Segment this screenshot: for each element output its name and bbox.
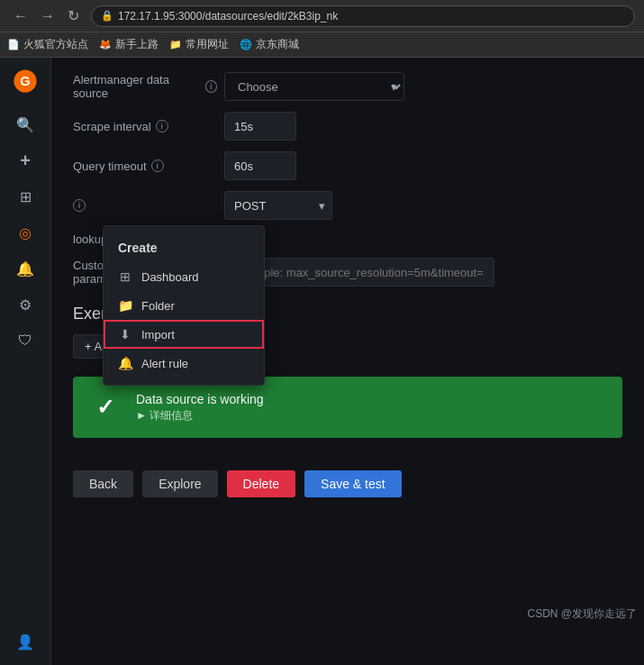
dropdown-item-alert-rule[interactable]: 🔔 Alert rule xyxy=(104,349,264,378)
security-icon: 🔒 xyxy=(101,10,113,22)
query-params-input[interactable] xyxy=(224,258,494,287)
scrape-interval-row: Scrape interval i xyxy=(73,112,622,141)
http-method-select[interactable]: POST GET xyxy=(224,191,332,220)
sidebar-item-alerting[interactable]: 🔔 xyxy=(9,252,41,285)
sidebar-item-user[interactable]: 👤 xyxy=(9,625,41,658)
bookmark-label-1: 火狐官方站点 xyxy=(23,37,88,52)
dropdown-item-dashboard[interactable]: ⊞ Dashboard xyxy=(104,262,264,291)
query-timeout-info-icon[interactable]: i xyxy=(151,159,164,172)
grafana-logo[interactable]: G xyxy=(9,65,41,97)
query-timeout-input[interactable] xyxy=(224,151,296,180)
sidebar-item-dashboards[interactable]: ⊞ xyxy=(9,180,41,213)
user-icon: 👤 xyxy=(16,633,34,651)
grafana-logo-svg: G xyxy=(13,68,38,94)
address-text: 172.17.1.95:3000/datasources/edit/2kB3ip… xyxy=(118,10,338,23)
dropdown-title: Create xyxy=(104,233,264,262)
alertmanager-select-wrapper: Choose xyxy=(224,72,404,101)
scrape-interval-info-icon[interactable]: i xyxy=(156,120,168,132)
bookmark-icon-2: 🦊 xyxy=(99,39,112,50)
alertmanager-label-text: Alertmanager data source xyxy=(73,73,201,100)
svg-text:G: G xyxy=(20,74,30,88)
dropdown-item-folder[interactable]: 📁 Folder xyxy=(104,291,264,320)
bookmark-huzhu[interactable]: 📄 火狐官方站点 xyxy=(7,37,88,52)
status-main-text: Data source is working xyxy=(136,392,264,406)
checkmark-icon: ✓ xyxy=(96,395,114,420)
status-text-block: Data source is working ► 详细信息 xyxy=(136,392,264,424)
back-button[interactable]: ← xyxy=(9,6,32,26)
refresh-button[interactable]: ↻ xyxy=(63,5,84,26)
dropdown-item-import[interactable]: ⬇ Import xyxy=(104,320,264,349)
bookmarks-bar: 📄 火狐官方站点 🦊 新手上路 📁 常用网址 🌐 京东商城 xyxy=(0,32,644,58)
query-timeout-row: Query timeout i xyxy=(73,151,622,180)
alertmanager-select[interactable]: Choose xyxy=(224,72,404,101)
search-icon: 🔍 xyxy=(16,116,34,133)
sidebar: G 🔍 + ⊞ ◎ 🔔 ⚙ 🛡 👤 xyxy=(0,58,51,665)
sidebar-item-shield[interactable]: 🛡 xyxy=(9,324,41,357)
dropdown-label-import: Import xyxy=(141,328,175,342)
sidebar-item-configuration[interactable]: ⚙ xyxy=(9,288,41,321)
bookmark-xinshoushanlu[interactable]: 🦊 新手上路 xyxy=(99,37,159,52)
bookmark-changyongwangzhi[interactable]: 📁 常用网址 xyxy=(169,37,229,52)
csdn-watermark: CSDN @发现你走远了 xyxy=(527,606,637,622)
delete-button[interactable]: Delete xyxy=(227,470,295,497)
main-content: Alertmanager data source i Choose Scrape… xyxy=(51,58,644,665)
bookmark-label-2: 新手上路 xyxy=(115,37,159,52)
explore-button[interactable]: Explore xyxy=(142,470,217,497)
bottom-bar: Back Explore Delete Save & test xyxy=(73,456,622,505)
forward-button[interactable]: → xyxy=(36,6,59,26)
save-test-button[interactable]: Save & test xyxy=(304,470,402,497)
browser-bar: ← → ↻ 🔒 172.17.1.95:3000/datasources/edi… xyxy=(0,0,644,32)
bookmark-icon-3: 📁 xyxy=(169,39,182,50)
http-method-row: i POST GET xyxy=(73,191,622,220)
sidebar-item-search[interactable]: 🔍 xyxy=(9,108,41,141)
back-button[interactable]: Back xyxy=(73,470,133,497)
alertmanager-label: Alertmanager data source i xyxy=(73,73,217,100)
bookmark-label-3: 常用网址 xyxy=(186,37,229,52)
alertmanager-info-icon[interactable]: i xyxy=(205,80,217,93)
query-timeout-label-text: Query timeout xyxy=(73,159,147,173)
bookmark-jingdong[interactable]: 🌐 京东商城 xyxy=(240,37,299,52)
gear-icon: ⚙ xyxy=(19,296,32,314)
scrape-interval-input[interactable] xyxy=(224,112,296,141)
query-timeout-label: Query timeout i xyxy=(73,159,217,173)
http-method-select-wrapper: POST GET xyxy=(224,191,332,220)
bookmark-icon-1: 📄 xyxy=(7,39,20,50)
browser-nav-buttons: ← → ↻ xyxy=(9,5,84,26)
bookmark-icon-4: 🌐 xyxy=(240,39,252,50)
sidebar-item-create[interactable]: + xyxy=(9,144,41,177)
dropdown-label-dashboard: Dashboard xyxy=(141,270,199,284)
scrape-interval-label-text: Scrape interval xyxy=(73,120,151,133)
import-icon: ⬇ xyxy=(118,327,132,342)
bell-icon: 🔔 xyxy=(16,260,34,278)
create-dropdown-menu: Create ⊞ Dashboard 📁 Folder ⬇ Import 🔔 A… xyxy=(103,225,265,386)
address-bar[interactable]: 🔒 172.17.1.95:3000/datasources/edit/2kB3… xyxy=(91,5,635,27)
folder-icon: 📁 xyxy=(118,298,132,313)
http-method-label: i xyxy=(73,199,217,212)
grid-icon: ⊞ xyxy=(20,188,32,205)
bookmark-label-4: 京东商城 xyxy=(256,37,299,52)
app-container: G 🔍 + ⊞ ◎ 🔔 ⚙ 🛡 👤 xyxy=(0,58,644,665)
alert-icon: 🔔 xyxy=(118,356,132,370)
status-sub-text[interactable]: ► 详细信息 xyxy=(136,408,264,424)
sidebar-item-explore[interactable]: ◎ xyxy=(9,216,41,249)
alertmanager-row: Alertmanager data source i Choose xyxy=(73,72,622,101)
explore-icon: ◎ xyxy=(19,224,32,241)
scrape-interval-label: Scrape interval i xyxy=(73,120,217,133)
dashboard-icon: ⊞ xyxy=(118,269,132,284)
http-method-info-icon[interactable]: i xyxy=(73,199,86,212)
status-check-icon: ✓ xyxy=(87,389,123,425)
dropdown-label-folder: Folder xyxy=(141,299,175,313)
plus-icon: + xyxy=(20,150,31,171)
status-bar: ✓ Data source is working ► 详细信息 xyxy=(73,377,622,438)
shield-icon: 🛡 xyxy=(18,332,32,349)
dropdown-label-alert-rule: Alert rule xyxy=(141,357,188,370)
